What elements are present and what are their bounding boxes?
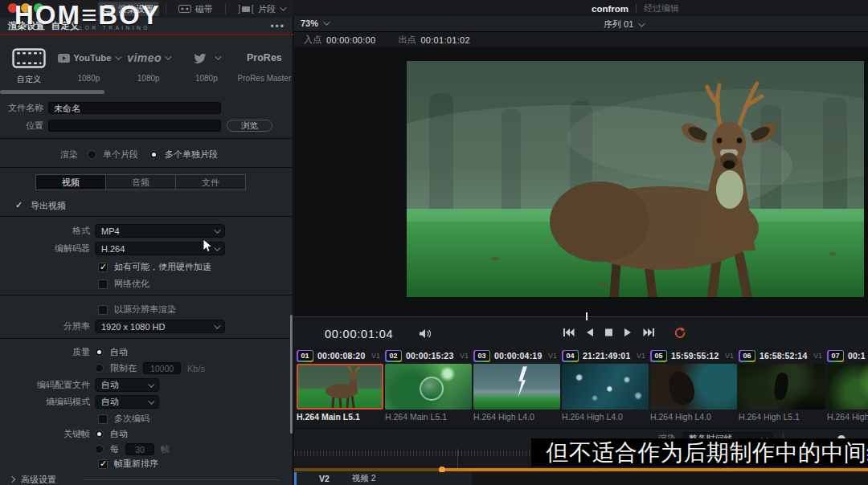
bitrate-input[interactable]: 10000 [143,362,181,374]
stop-button[interactable] [604,328,613,337]
tape-icon [178,5,191,13]
render-clip[interactable]: 02 00:00:15:23 V1 H.264 Main L5.1 [385,349,472,428]
hw-accel-checkbox[interactable] [98,263,108,272]
render-mode-row: 渲染 单个片段 多个单独片段 [0,148,293,161]
preset-custom[interactable]: 自定义 [0,40,58,88]
render-clip[interactable]: 01 00:00:08:20 V1 H.264 Main L5.1 [297,349,383,428]
keyframe-auto-radio[interactable] [95,430,104,438]
clip-number-badge: 01 [297,350,313,362]
render-range-bar [294,468,868,471]
render-clip[interactable]: 05 15:59:55:12 V1 H.264 High L4.0 [650,349,737,428]
chevron-down-icon [323,18,330,25]
entropy-select[interactable]: 自动 [95,395,159,409]
viewer-zoom-select[interactable]: 73% [301,18,328,28]
panel-scrollbar[interactable] [290,315,293,434]
timeline-select[interactable]: 序列 01 [604,18,643,31]
clip-button[interactable]: 片段 [232,2,290,16]
clip-thumbnail [827,364,868,410]
advanced-settings-label: 高级设置 [21,474,56,485]
browse-button[interactable]: 浏览 [227,120,272,132]
preset-name: YouTube [73,53,111,63]
play-button[interactable] [624,328,633,337]
render-clip[interactable]: 06 16:58:52:14 V1 H.264 High L5.1 [739,349,825,428]
location-input[interactable] [48,120,221,132]
clip-timecode: 16:58:52:14 [760,351,807,361]
preset-twitter[interactable]: 1080p [178,40,235,88]
custom-filmstrip-icon [12,48,46,68]
keyframe-auto-row: 关键帧 自动 [0,427,293,441]
subtitle-text: 但不适合作为后期制作中的中间编码 [547,438,868,468]
transport-controls [563,328,655,337]
out-point-value: 00:01:01:02 [420,35,469,45]
render-clip[interactable]: 04 21:21:49:01 V1 H.264 High L4.0 [562,349,649,428]
preset-vimeo[interactable]: vimeo 1080p [120,40,178,88]
preset-prores[interactable]: ProRes ProRes Master [235,40,293,88]
divider [84,479,280,480]
divider [0,338,293,339]
clip-thumbnail [739,364,825,410]
render-settings-button[interactable]: 渲染设置 [98,2,159,16]
transport-bar: 00:00:01:04 [294,321,868,348]
tape-label: 磁带 [195,3,213,15]
quality-auto-radio[interactable] [95,348,104,357]
clip-codec: H.264 High L4.0 [650,412,737,422]
track-header[interactable]: V2 视频 2 [297,472,472,485]
application-window: 渲染设置 磁带 片段 渲染设置 自定义 ••• [0,0,868,485]
render-range-active [443,468,868,471]
scrub-bar[interactable] [294,316,868,317]
keyframe-every-radio[interactable] [95,445,104,454]
multipass-checkbox[interactable] [98,414,108,424]
project-name: confrom [592,4,628,14]
last-frame-button[interactable] [643,328,655,337]
render-clip[interactable]: 03 00:00:04:19 V1 H.264 High L4.0 [473,349,560,428]
filename-row: 文件名称 未命名 [0,101,293,115]
quality-restrict-radio[interactable] [95,364,104,373]
hw-accel-row: 如有可能，使用硬件加速 [0,260,293,274]
keyframe-label: 关键帧 [0,428,95,440]
speaker-icon[interactable] [419,328,432,339]
render-clip-strip: 01 00:00:08:20 V1 H.264 Main L5.1 [294,348,868,428]
clip-number-badge: 07 [827,350,844,362]
clip-codec: H.264 Main L5.1 [385,412,472,422]
network-opt-row: 网络优化 [0,277,293,291]
tape-button[interactable]: 磁带 [173,2,219,16]
first-frame-button[interactable] [563,328,575,337]
location-label: 位置 [0,120,48,132]
panel-options-button[interactable]: ••• [270,21,285,32]
network-opt-checkbox[interactable] [98,279,108,289]
individual-clips-radio[interactable] [149,150,158,159]
clip-codec: H.264 High L4.0 [562,412,649,422]
filename-input[interactable]: 未命名 [48,102,221,114]
preset-scrollbar[interactable] [0,90,104,94]
keyframe-every-row: 每 30 帧 [0,442,293,456]
resolution-label: 分辨率 [0,320,95,332]
single-clip-radio[interactable] [88,150,96,159]
preset-youtube[interactable]: YouTube 1080p [58,40,119,88]
keyframe-interval-input[interactable]: 30 [125,443,154,455]
quality-restrict-row: 限制在 10000 Kb/s [0,361,293,375]
render-clip[interactable]: 07 00:1 H.264 High [827,349,868,428]
clip-timecode: 15:59:55:12 [671,351,719,361]
clip-codec: H.264 High L5.1 [739,412,825,422]
divider [0,295,293,295]
clip-track: V1 [548,352,557,360]
viewer-playhead[interactable] [586,312,588,320]
in-point-value: 00:00:00:00 [326,35,375,45]
source-res-checkbox[interactable] [98,305,108,315]
advanced-settings-toggle[interactable]: 高级设置 [10,474,293,485]
profile-select[interactable]: 自动 [95,378,159,392]
chevron-down-icon [214,322,220,328]
tab-audio[interactable]: 音频 [105,175,175,190]
source-res-row: 以源分辨率渲染 [0,303,293,316]
loop-button[interactable] [673,326,686,339]
format-select[interactable]: MP4 [95,224,225,238]
frame-reorder-checkbox[interactable] [98,459,108,469]
tab-video[interactable]: 视频 [36,175,105,190]
clip-number-badge: 04 [562,350,579,362]
resolution-select[interactable]: 1920 x 1080 HD [95,320,225,333]
play-reverse-button[interactable] [585,328,594,337]
tab-file[interactable]: 文件 [175,175,245,190]
export-video-checkbox[interactable] [14,202,24,211]
clip-thumbnail [650,364,737,410]
profile-label: 编码配置文件 [0,379,95,391]
